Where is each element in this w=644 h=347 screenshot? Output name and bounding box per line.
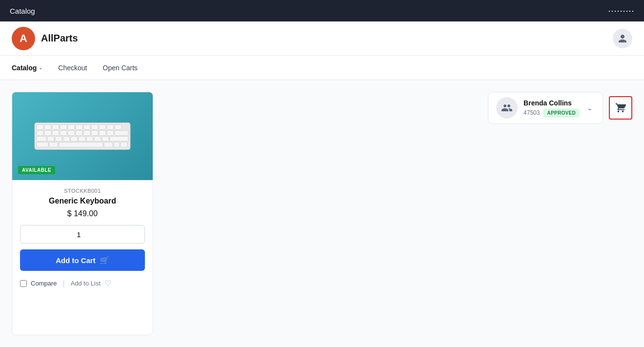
svg-rect-29 xyxy=(86,137,93,142)
user-avatar-button[interactable] xyxy=(613,29,632,48)
add-to-list-button[interactable]: Add to List xyxy=(71,280,101,287)
heart-icon[interactable]: ♡ xyxy=(104,279,111,288)
svg-rect-36 xyxy=(104,143,113,147)
svg-rect-35 xyxy=(59,143,103,147)
svg-rect-38 xyxy=(121,143,127,147)
product-sku: STOCKKB001 xyxy=(20,188,145,194)
svg-rect-25 xyxy=(55,137,62,142)
svg-rect-14 xyxy=(52,131,59,136)
svg-rect-27 xyxy=(71,137,78,142)
product-actions: Compare | Add to List ♡ xyxy=(20,277,145,288)
svg-rect-10 xyxy=(107,125,114,130)
divider: | xyxy=(62,279,64,288)
svg-rect-8 xyxy=(91,125,98,130)
svg-rect-7 xyxy=(83,125,90,130)
svg-rect-12 xyxy=(37,131,43,136)
product-card: AVAILABLE STOCKKB001 Generic Keyboard $ … xyxy=(12,92,153,335)
customer-panel: Brenda Collins 47503 APPROVED ⌄ xyxy=(488,92,632,124)
svg-rect-20 xyxy=(99,131,106,136)
chevron-down-icon: ⌄ xyxy=(39,65,42,70)
svg-rect-30 xyxy=(94,137,101,142)
topbar: Catalog ⋯⋯⋯ xyxy=(0,0,644,21)
customer-avatar-icon xyxy=(501,102,513,114)
cart-panel-button[interactable] xyxy=(609,96,632,120)
svg-rect-16 xyxy=(68,131,75,136)
nav-item-catalog[interactable]: Catalog ⌄ xyxy=(12,62,42,74)
svg-rect-33 xyxy=(37,143,48,147)
svg-rect-28 xyxy=(79,137,85,142)
svg-rect-37 xyxy=(114,143,120,147)
logo: A xyxy=(12,27,35,50)
svg-rect-1 xyxy=(37,125,43,130)
svg-rect-21 xyxy=(107,131,114,136)
keyboard-image xyxy=(34,119,131,153)
customer-meta: 47503 APPROVED xyxy=(523,109,579,117)
svg-rect-32 xyxy=(110,137,128,142)
svg-rect-22 xyxy=(115,131,128,136)
add-to-cart-button[interactable]: Add to Cart 🛒 xyxy=(20,249,145,271)
product-name: Generic Keyboard xyxy=(20,197,145,205)
compare-checkbox[interactable] xyxy=(20,280,27,287)
svg-rect-15 xyxy=(60,131,67,136)
svg-rect-3 xyxy=(52,125,59,130)
customer-info-card: Brenda Collins 47503 APPROVED ⌄ xyxy=(488,92,603,124)
nav: Catalog ⌄ Checkout Open Carts xyxy=(0,56,644,80)
compare-label[interactable]: Compare xyxy=(31,280,57,287)
product-image-area: AVAILABLE xyxy=(12,92,153,180)
svg-rect-18 xyxy=(83,131,90,136)
svg-rect-24 xyxy=(47,137,54,142)
customer-chevron-button[interactable]: ⌄ xyxy=(585,102,595,114)
brand-name: AllParts xyxy=(41,33,78,44)
product-price: $ 149.00 xyxy=(20,209,145,218)
svg-rect-19 xyxy=(91,131,98,136)
customer-details: Brenda Collins 47503 APPROVED xyxy=(523,99,579,117)
svg-rect-9 xyxy=(99,125,106,130)
user-icon xyxy=(618,34,627,43)
availability-badge: AVAILABLE xyxy=(18,166,55,174)
customer-id: 47503 xyxy=(523,109,540,116)
nav-item-checkout[interactable]: Checkout xyxy=(58,62,87,74)
header-left: A AllParts xyxy=(12,27,78,50)
main-content: AVAILABLE STOCKKB001 Generic Keyboard $ … xyxy=(0,80,644,347)
grid-icon[interactable]: ⋯⋯⋯ xyxy=(608,5,634,16)
header-right xyxy=(613,29,632,48)
svg-rect-11 xyxy=(115,125,121,130)
svg-rect-34 xyxy=(49,143,58,147)
nav-item-open-carts[interactable]: Open Carts xyxy=(103,62,138,74)
svg-rect-26 xyxy=(63,137,70,142)
svg-rect-2 xyxy=(44,125,51,130)
svg-rect-13 xyxy=(44,131,51,136)
header: A AllParts xyxy=(0,21,644,56)
customer-avatar xyxy=(496,97,518,119)
svg-rect-31 xyxy=(102,137,109,142)
cart-icon: 🛒 xyxy=(100,256,109,265)
svg-rect-23 xyxy=(37,137,46,142)
topbar-title: Catalog xyxy=(10,7,35,15)
customer-name: Brenda Collins xyxy=(523,99,579,107)
svg-rect-6 xyxy=(76,125,82,130)
cart-panel-icon xyxy=(615,102,626,113)
svg-rect-17 xyxy=(76,131,82,136)
svg-rect-5 xyxy=(68,125,75,130)
approved-badge: APPROVED xyxy=(543,109,579,117)
svg-rect-4 xyxy=(60,125,67,130)
product-info: STOCKKB001 Generic Keyboard $ 149.00 Add… xyxy=(12,180,153,296)
quantity-input[interactable] xyxy=(20,225,145,244)
